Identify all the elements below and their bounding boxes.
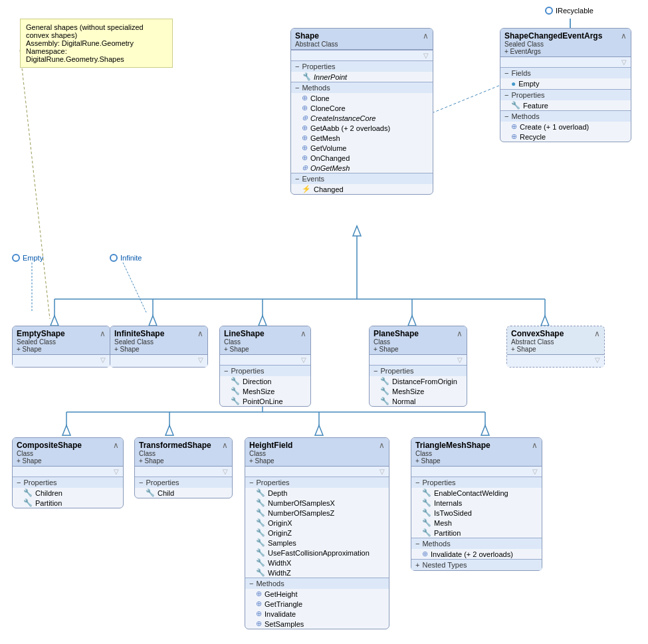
sce-stereotype: Sealed Class [504,41,602,48]
hf-methods-header[interactable]: − Methods [245,578,389,589]
ts-props-header[interactable]: − Properties [135,477,232,488]
shape-expand[interactable]: ∧ [423,31,429,41]
sce-filter-icon[interactable]: ▽ [621,58,627,66]
method-icon11: ⊕ [256,590,262,598]
ls-expand[interactable]: ∧ [300,329,306,338]
is-title: InfiniteShape [114,329,164,338]
ps-filter-icon[interactable]: ▽ [457,356,463,364]
sce-method-recycle: ⊕ Recycle [500,132,631,142]
ts-filter-icon[interactable]: ▽ [223,468,228,475]
wrench-icon13: 🔧 [256,498,265,507]
shape-events-label: Events [302,175,324,183]
svg-marker-12 [149,316,157,326]
hf-usefastcollision: 🔧 UseFastCollisionApproximation [245,548,389,558]
hf-numsamplesx: 🔧 NumberOfSamplesX [245,498,389,508]
hf-parent: + Shape [249,457,292,465]
wrench-icon2: 🔧 [511,101,520,110]
is-filter-row: ▽ [110,355,207,367]
wrench-icon19: 🔧 [256,558,265,567]
wrench-icon18: 🔧 [256,548,265,557]
sce-prop-feature: 🔧 Feature [500,100,631,110]
trianglemeshshape-box: TriangleMeshShape Class + Shape ∧ ▽ − Pr… [411,437,542,571]
tms-nested-header[interactable]: + Nested Types [411,560,542,570]
tms-props-section: − Properties 🔧 EnableContactWelding 🔧 In… [411,477,542,538]
section-collapse-icon: − [295,62,299,70]
ps-distancefromorigin: 🔧 DistanceFromOrigin [370,376,467,386]
is-expand[interactable]: ∧ [197,329,203,338]
wrench-icon8: 🔧 [380,397,389,405]
ps-expand[interactable]: ∧ [457,329,463,338]
csh-expand[interactable]: ∧ [113,441,119,450]
irecyclable-interface: IRecyclable [545,7,594,15]
hf-props-label: Properties [256,479,289,486]
wrench-icon4: 🔧 [231,387,240,395]
infinite-label-text: Infinite [120,254,142,262]
sce-methods-header[interactable]: − Methods [500,111,631,122]
method-onchanged: ⊕ OnChanged [291,153,433,163]
sce-title: ShapeChangedEventArgs [504,31,602,41]
ts-parent: + Shape [139,457,211,465]
tms-istwosided: 🔧 IsTwoSided [411,508,542,518]
hf-header: HeightField Class + Shape ∧ [245,438,389,467]
cs-filter-icon[interactable]: ▽ [595,356,600,366]
sce-parent: + EventArgs [504,48,602,55]
tms-methods-header[interactable]: − Methods [411,538,542,549]
shape-properties-header[interactable]: − Properties [291,61,433,72]
method-icon8: ⊕ [302,163,308,172]
sce-expand[interactable]: ∧ [621,31,627,41]
tms-props-header[interactable]: − Properties [411,477,542,488]
es-expand[interactable]: ∧ [100,329,106,338]
cs-parent: + Shape [511,346,564,353]
hf-gettriangle: ⊕ GetTriangle [245,599,389,609]
hf-filter-icon[interactable]: ▽ [379,468,385,475]
method-icon3: ⊕ [302,114,308,122]
shape-properties-label: Properties [302,62,335,70]
wrench-icon5: 🔧 [231,397,240,405]
wrench-icon7: 🔧 [380,387,389,395]
is-filter-icon[interactable]: ▽ [198,356,203,366]
ts-expand[interactable]: ∧ [222,441,228,450]
tms-nested-label: Nested Types [422,561,467,569]
hf-invalidate: ⊕ Invalidate [245,609,389,619]
tms-parent: + Shape [415,457,490,465]
ps-header: PlaneShape Class + Shape ∧ [370,326,467,355]
irecyclable-label: IRecyclable [556,7,594,15]
hf-getheight: ⊕ GetHeight [245,589,389,599]
svg-marker-13 [259,316,267,326]
sce-properties-header[interactable]: − Properties [500,90,631,100]
tms-expand[interactable]: ∧ [532,441,538,450]
method-icon6: ⊕ [302,144,308,152]
ls-filter-icon[interactable]: ▽ [301,356,306,364]
hf-methods-section: − Methods ⊕ GetHeight ⊕ GetTriangle ⊕ In… [245,578,389,629]
sce-fields-header[interactable]: − Fields [500,68,631,78]
wrench-icon24: 🔧 [422,518,431,527]
hf-title: HeightField [249,441,292,450]
csh-props-header[interactable]: − Properties [13,477,123,488]
sce-method-create: ⊕ Create (+ 1 overload) [500,122,631,132]
wrench-icon20: 🔧 [256,568,265,577]
tms-filter-icon[interactable]: ▽ [532,468,538,475]
method-getmesh: ⊕ GetMesh [291,133,433,143]
csh-parent: + Shape [17,457,82,465]
method-getaabb: ⊕ GetAabb (+ 2 overloads) [291,123,433,133]
shape-methods-header[interactable]: − Methods [291,82,433,93]
ls-props-header[interactable]: − Properties [220,366,310,376]
ts-filter-row: ▽ [135,467,232,477]
method-icon10: ⊕ [511,132,517,141]
ps-props-header[interactable]: − Properties [370,366,467,376]
svg-line-29 [123,263,146,312]
ls-stereotype: Class [224,338,265,346]
hf-props-header[interactable]: − Properties [245,477,389,488]
shape-properties-section: − Properties 🔧 InnerPoint [291,60,433,82]
shape-filter-icon[interactable]: ▽ [423,52,429,59]
tms-title: TriangleMeshShape [415,441,490,450]
csh-filter-icon[interactable]: ▽ [114,468,119,475]
hf-expand[interactable]: ∧ [379,441,385,450]
wrench-icon25: 🔧 [422,528,431,537]
ts-title: TransformedShape [139,441,211,450]
es-filter-icon[interactable]: ▽ [100,356,106,366]
shape-events-header[interactable]: − Events [291,173,433,184]
sce-properties-section: − Properties 🔧 Feature [500,89,631,110]
sce-filter-row: ▽ [500,57,631,67]
cs-expand[interactable]: ∧ [594,329,600,338]
